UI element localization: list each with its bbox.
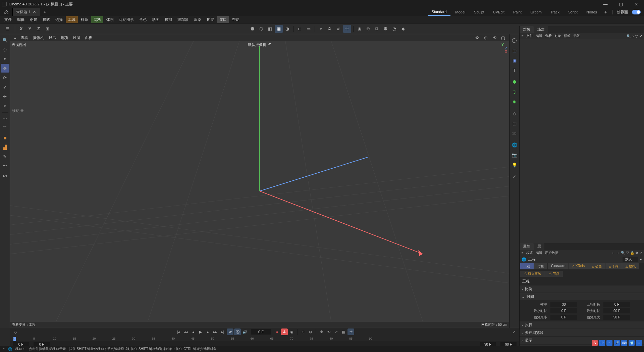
collapse-time[interactable]: 时间 xyxy=(520,293,644,300)
menu-mode[interactable]: 模式 xyxy=(40,16,52,23)
timeline-ruler[interactable]: 051015202530354045505560657075808590 xyxy=(10,336,519,341)
snap-toggle[interactable]: ⊏ xyxy=(296,25,304,33)
ime-punct-button[interactable]: •, xyxy=(606,340,612,346)
viewport-solo-button[interactable]: ◔ xyxy=(390,25,398,33)
hamburger-icon[interactable]: ≡ xyxy=(522,34,524,38)
vp-maximize-icon[interactable]: ▢ xyxy=(499,34,507,42)
ime-lang-button[interactable]: 中 xyxy=(599,340,605,346)
play-button[interactable]: ▶ xyxy=(197,328,204,335)
path-tool[interactable]: ᔕ xyxy=(1,171,9,180)
menu-character[interactable]: 角色 xyxy=(137,16,149,23)
viewport-3d[interactable]: 透视视图 默认摄像机 🗗 移动 ✥ Y Z X xyxy=(10,41,509,322)
lock-icon[interactable]: 🔒 xyxy=(630,251,634,255)
render-view-button[interactable]: ⬣ xyxy=(249,25,257,33)
expand-icon[interactable]: ⤢ xyxy=(639,34,642,38)
spline-arc-tool[interactable]: ⌒ xyxy=(1,124,9,133)
coord-system-button[interactable]: ⊞ xyxy=(43,25,51,33)
picture-viewer-button[interactable]: ▦ xyxy=(275,25,283,33)
attr-tab-anim[interactable]: 动画 xyxy=(588,263,605,269)
vp-menu-display[interactable]: 显示 xyxy=(47,35,58,41)
vp-hamburger-icon[interactable]: ≡ xyxy=(12,35,18,40)
maximize-button[interactable]: ▢ xyxy=(613,0,629,8)
generator-icon[interactable]: ⬢ xyxy=(510,77,519,86)
fps-input[interactable] xyxy=(550,302,577,307)
attr-sub-nodes[interactable]: 节点 xyxy=(545,271,563,277)
ime-voice-icon[interactable]: 🎤 xyxy=(614,340,620,346)
add-tab-button[interactable]: + xyxy=(40,8,49,16)
deformer-icon[interactable]: ◇ xyxy=(510,109,519,118)
search-icon[interactable]: 🔍 xyxy=(1,36,9,44)
close-button[interactable]: ✕ xyxy=(629,0,644,8)
history-button[interactable]: ☰ xyxy=(2,25,13,33)
menu-volume[interactable]: 体积 xyxy=(104,16,116,23)
layout-tab-nodes[interactable]: Nodes xyxy=(582,9,601,15)
pmin-input[interactable] xyxy=(550,315,577,320)
key-pos-button[interactable]: ⊕ xyxy=(300,328,306,335)
scale-tool[interactable]: ⤢ xyxy=(1,83,9,91)
obj-menu-bookmarks[interactable]: 书签 xyxy=(573,34,580,38)
tab-takes[interactable]: 场次 xyxy=(534,26,548,33)
goto-end-button[interactable]: ▸| xyxy=(219,328,226,335)
menu-spline[interactable]: 样条 xyxy=(78,16,91,23)
menu-simulate[interactable]: 模拟 xyxy=(162,16,174,23)
combo-tool[interactable]: ✧ xyxy=(1,101,9,110)
sound-button[interactable]: 🔊 xyxy=(241,328,248,335)
autokey-mode-button[interactable]: Ⓐ xyxy=(234,328,241,335)
key-diamond-icon[interactable]: ◇ xyxy=(12,328,19,335)
key-mode-button[interactable]: ✛ xyxy=(347,328,354,335)
field-icon[interactable]: ⬚ xyxy=(510,119,519,128)
axis-z-toggle[interactable]: Z xyxy=(35,25,43,33)
vp-pan-icon[interactable]: ✥ xyxy=(473,34,481,42)
object-tree[interactable] xyxy=(520,39,644,243)
pmax-input[interactable] xyxy=(603,315,630,320)
obj-menu-file[interactable]: 文件 xyxy=(526,34,533,38)
prev-frame-button[interactable]: ◂ xyxy=(190,328,197,335)
obj-menu-edit[interactable]: 编辑 xyxy=(536,34,542,38)
doc-tab[interactable]: 未标题 1 ✕ xyxy=(13,8,40,16)
tab-attributes[interactable]: 属性 xyxy=(520,243,534,250)
menu-render[interactable]: 渲染 xyxy=(192,16,204,23)
move-tool[interactable]: ✥ xyxy=(1,64,9,73)
record-button[interactable]: ● xyxy=(274,328,280,335)
hamburger-icon[interactable]: ≡ xyxy=(522,251,524,255)
snap-settings-button[interactable]: ⌖ xyxy=(317,25,325,33)
world-icon[interactable]: 🌐 xyxy=(510,140,519,149)
menu-mesh[interactable]: 网格 xyxy=(91,16,103,23)
menu-tools[interactable]: 工具 xyxy=(66,16,78,23)
quantize-button[interactable]: ✲ xyxy=(326,25,334,33)
nav-fwd-icon[interactable]: → xyxy=(616,251,620,255)
layout-tab-track[interactable]: Track xyxy=(546,9,564,15)
keyframe-sel-button[interactable]: ◉ xyxy=(288,328,295,335)
current-frame-input[interactable]: 0 F xyxy=(251,329,271,335)
attr-tab-bullet[interactable]: 子弹 xyxy=(605,263,622,269)
attr-menu-edit[interactable]: 编辑 xyxy=(536,251,542,255)
hamburger-icon[interactable]: ≡ xyxy=(3,347,5,351)
vp-menu-camera[interactable]: 摄像机 xyxy=(31,35,46,41)
grid-button[interactable]: # xyxy=(334,25,342,33)
filter-icon[interactable]: ▽ xyxy=(626,251,629,255)
newui-toggle[interactable] xyxy=(632,10,641,14)
layout-tab-sculpt[interactable]: Sculpt xyxy=(470,9,488,15)
cube-primitive-icon[interactable]: ▣ xyxy=(510,56,519,64)
menu-window[interactable]: 窗口 xyxy=(217,16,229,23)
vp-menu-filter[interactable]: 过滤 xyxy=(71,35,82,41)
next-key-button[interactable]: ▸▸ xyxy=(212,328,219,335)
attr-preset-dropdown[interactable]: 默认 xyxy=(623,257,638,262)
menu-tracker[interactable]: 跟踪器 xyxy=(175,16,191,23)
obj-menu-object[interactable]: 对象 xyxy=(554,34,561,38)
viewport-camera-label[interactable]: 默认摄像机 🗗 xyxy=(248,42,271,47)
minimize-button[interactable]: — xyxy=(598,0,613,8)
attr-tab-project[interactable]: 工程 xyxy=(520,263,534,269)
vp-orbit-icon[interactable]: ⟲ xyxy=(490,34,498,42)
live-select-tool[interactable]: ◌ xyxy=(1,45,9,54)
effector-icon[interactable]: ✹ xyxy=(510,97,519,106)
obj-menu-tags[interactable]: 标签 xyxy=(564,34,571,38)
ime-toolbox-icon[interactable]: ⊞ xyxy=(636,340,642,346)
attr-tab-xrefs[interactable]: XRefs xyxy=(569,263,588,269)
collapse-asset[interactable]: 资产浏览器 xyxy=(520,329,644,336)
tab-layers[interactable]: 层 xyxy=(534,243,544,250)
key-param-button[interactable]: ⤢ xyxy=(333,328,339,335)
text-icon[interactable]: T xyxy=(510,66,519,75)
menu-extensions[interactable]: 扩展 xyxy=(204,16,216,23)
check-icon[interactable]: ✓ xyxy=(510,172,519,181)
